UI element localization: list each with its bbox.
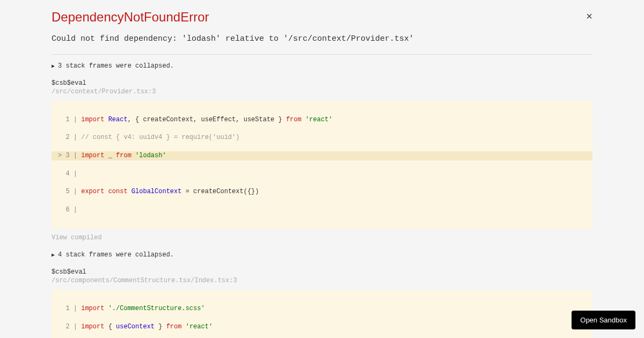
open-sandbox-button[interactable]: Open Sandbox [572, 311, 635, 329]
divider [52, 54, 592, 55]
collapse-toggle-2[interactable]: ▶ 4 stack frames were collapsed. [52, 251, 592, 259]
triangle-right-icon: ▶ [52, 63, 55, 69]
error-overlay: DependencyNotFoundError × Could not find… [0, 0, 644, 338]
error-message: Could not find dependency: 'lodash' rela… [52, 34, 592, 43]
collapse-label: 3 stack frames were collapsed. [58, 62, 174, 70]
close-icon[interactable]: × [586, 11, 592, 21]
triangle-right-icon: ▶ [52, 252, 55, 258]
stack-frame-label: $csb$eval [52, 268, 592, 276]
error-title: DependencyNotFoundError [52, 10, 592, 25]
code-snippet-1: 1 | import React, { createContext, useEf… [52, 101, 592, 229]
view-compiled-link[interactable]: View compiled [52, 234, 592, 241]
collapse-toggle-1[interactable]: ▶ 3 stack frames were collapsed. [52, 62, 592, 70]
collapse-label: 4 stack frames were collapsed. [58, 251, 174, 259]
stack-frame-label: $csb$eval [52, 79, 592, 87]
stack-frame-path: /src/context/Provider.tsx:3 [52, 88, 592, 95]
code-snippet-2: 1 | import './CommentStructure.scss' 2 |… [52, 290, 592, 338]
stack-frame-path: /src/components/CommentStructure.tsx/Ind… [52, 277, 592, 284]
